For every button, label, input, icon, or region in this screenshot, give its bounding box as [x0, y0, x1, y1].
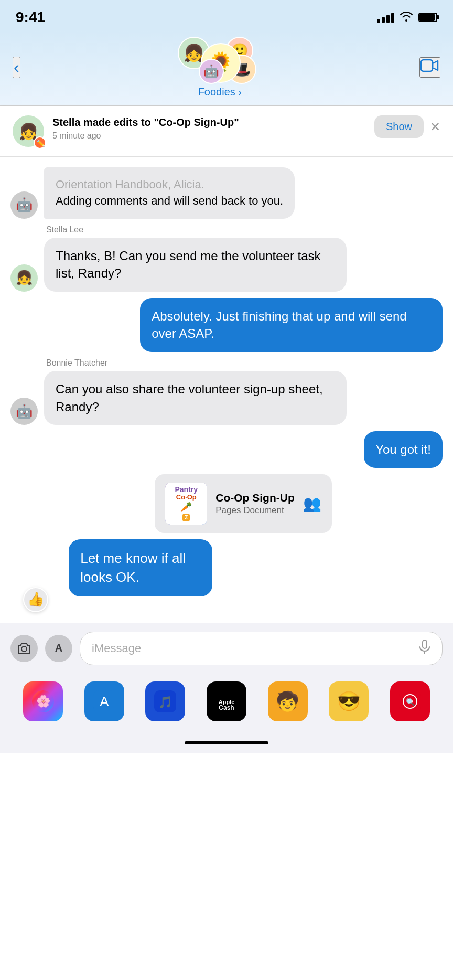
notification-banner: 👧 ✏️ Stella made edits to "Co-Op Sign-Up…: [0, 106, 453, 157]
header: ‹ 👧 🌻 🙂 🤖 🎩 Foodies ›: [0, 31, 453, 106]
message-row: 👧 Stella Lee Thanks, B! Can you send me …: [10, 225, 443, 292]
message-row: Absolutely. Just finishing that up and w…: [10, 298, 443, 352]
doc-info: Co-Op Sign-Up Pages Document: [215, 492, 294, 516]
message-row: You got it!: [10, 431, 443, 468]
messages-area: 🤖 Orientation Handbook, Alicia. Adding c…: [0, 157, 453, 623]
avatar: 🤖: [10, 398, 38, 425]
notif-time: 5 minute ago: [52, 131, 366, 141]
bubble-wrap: You got it!: [364, 431, 443, 468]
dock-cash-icon[interactable]: Apple Cash: [207, 681, 246, 721]
sender-name: Stella Lee: [46, 225, 347, 235]
back-button[interactable]: ‹: [13, 57, 20, 78]
sender-name: Bonnie Thatcher: [46, 358, 347, 368]
notif-actions: Show ✕: [374, 115, 440, 138]
app-button[interactable]: A: [45, 635, 72, 662]
input-bar: A iMessage: [0, 623, 453, 674]
message-bubble: Thanks, B! Can you send me the volunteer…: [44, 238, 347, 292]
dock-photos-icon[interactable]: 🌸: [23, 681, 63, 721]
message-bubble: Orientation Handbook, Alicia. Adding com…: [44, 167, 295, 219]
camera-button[interactable]: [10, 635, 38, 662]
svg-text:Cash: Cash: [219, 704, 234, 711]
dock-globe-icon[interactable]: 🔍: [390, 681, 430, 721]
group-name[interactable]: Foodies ›: [198, 86, 242, 98]
dock: 🌸 A 🎵 Apple Cash 🧒 😎 🔍: [0, 674, 453, 736]
header-center: 👧 🌻 🙂 🤖 🎩 Foodies ›: [178, 37, 262, 98]
svg-text:🎵: 🎵: [158, 695, 173, 709]
close-button[interactable]: ✕: [430, 120, 440, 134]
avatar-4: 🤖: [199, 59, 224, 84]
wifi-icon: [400, 10, 413, 25]
doc-thumbnail: Pantry Co·Op 🥕 Z: [165, 483, 207, 525]
home-indicator: [0, 736, 453, 753]
notif-title: Stella made edits to "Co-Op Sign-Up": [52, 115, 366, 129]
message-row: 🤖 Bonnie Thatcher Can you also share the…: [10, 358, 443, 425]
attachment-bubble[interactable]: Pantry Co·Op 🥕 Z Co-Op Sign-Up Pages Doc…: [155, 474, 331, 533]
message-bubble: Absolutely. Just finishing that up and w…: [140, 298, 443, 352]
notif-avatar: 👧 ✏️: [13, 115, 44, 147]
status-bar: 9:41: [0, 0, 453, 31]
battery-icon: [418, 13, 437, 22]
svg-text:🌸: 🌸: [36, 694, 51, 708]
message-row: 🤖 Orientation Handbook, Alicia. Adding c…: [10, 167, 443, 219]
input-placeholder: iMessage: [92, 642, 141, 655]
dock-emoji-stickers-icon[interactable]: 😎: [329, 681, 369, 721]
outgoing-with-reaction: Let me know if all looks OK. 👍: [10, 539, 443, 612]
notif-content: Stella made edits to "Co-Op Sign-Up" 5 m…: [52, 115, 366, 141]
svg-rect-0: [421, 60, 433, 71]
svg-point-1: [21, 646, 27, 652]
bubble-wrap: Bonnie Thatcher Can you also share the v…: [44, 358, 347, 425]
message-bubble: Can you also share the volunteer sign-up…: [44, 371, 347, 425]
signal-icon: [377, 12, 394, 23]
svg-rect-2: [423, 640, 427, 648]
notif-badge: ✏️: [34, 136, 46, 149]
message-bubble: You got it!: [364, 431, 443, 468]
bubble-wrap: Stella Lee Thanks, B! Can you send me th…: [44, 225, 347, 292]
doc-type: Pages Document: [215, 505, 294, 516]
avatar: 👧: [10, 264, 38, 292]
dock-appstore-icon[interactable]: A: [84, 681, 124, 721]
message-input[interactable]: iMessage: [80, 632, 443, 665]
group-avatars: 👧 🌻 🙂 🤖 🎩: [178, 37, 262, 84]
video-call-button[interactable]: [419, 57, 440, 78]
bubble-wrap: Orientation Handbook, Alicia. Adding com…: [44, 167, 295, 219]
attachment-section: Pantry Co·Op 🥕 Z Co-Op Sign-Up Pages Doc…: [10, 474, 443, 533]
home-bar: [185, 741, 268, 744]
status-icons: [377, 10, 437, 25]
doc-name: Co-Op Sign-Up: [215, 492, 294, 504]
show-button[interactable]: Show: [374, 115, 424, 138]
dock-shazam-icon[interactable]: 🎵: [145, 681, 185, 721]
svg-text:🔍: 🔍: [405, 698, 415, 707]
mic-icon[interactable]: [419, 640, 430, 657]
dock-memoji-icon[interactable]: 🧒: [268, 681, 308, 721]
message-bubble: Let me know if all looks OK.: [69, 539, 212, 596]
status-time: 9:41: [16, 9, 45, 26]
bubble-wrap: Absolutely. Just finishing that up and w…: [140, 298, 443, 352]
share-icon[interactable]: 👥: [303, 495, 321, 512]
svg-text:A: A: [100, 694, 109, 709]
avatar: 🤖: [10, 191, 38, 219]
